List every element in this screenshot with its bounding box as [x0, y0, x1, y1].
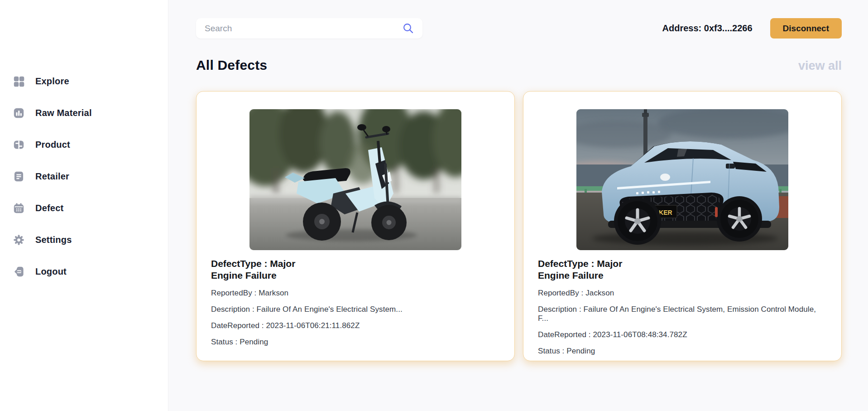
- sidebar-nav: Explore Raw Material: [0, 65, 168, 287]
- sidebar-item-label: Product: [35, 140, 70, 150]
- calendar-icon: [13, 202, 25, 214]
- description: Description : Failure Of An Engine's Ele…: [538, 305, 827, 323]
- main-content: Address: 0xf3....2266 Disconnect All Def…: [168, 0, 868, 411]
- page-title: All Defects: [196, 58, 267, 73]
- document-icon: [13, 170, 25, 183]
- defect-card-list: DefectType : Major Engine Failure Report…: [196, 91, 842, 361]
- grid-icon: [13, 75, 25, 87]
- sidebar-item-defect[interactable]: Defect: [0, 192, 168, 224]
- search-icon[interactable]: [402, 22, 414, 34]
- sidebar-item-label: Retailer: [35, 171, 69, 182]
- search-input[interactable]: [196, 18, 422, 39]
- defect-card-body: DefectType : Major Engine Failure Report…: [523, 250, 841, 356]
- defect-card-body: DefectType : Major Engine Failure Report…: [197, 250, 514, 347]
- topbar: Address: 0xf3....2266 Disconnect: [196, 18, 842, 39]
- sidebar-item-label: Logout: [35, 266, 67, 277]
- sidebar-item-settings[interactable]: Settings: [0, 224, 168, 256]
- sidebar-item-label: Raw Material: [35, 108, 92, 118]
- defect-type: DefectType : Major Engine Failure: [211, 258, 500, 281]
- sidebar-item-label: Explore: [35, 76, 69, 87]
- sidebar-item-label: Defect: [35, 203, 63, 213]
- search-bar: [196, 18, 422, 39]
- scooter-image: [249, 109, 461, 250]
- disconnect-button[interactable]: Disconnect: [770, 18, 842, 39]
- bar-chart-icon: [13, 107, 25, 119]
- sidebar-item-logout[interactable]: Logout: [0, 256, 168, 287]
- date-reported: DateReported : 2023-11-06T06:21:11.862Z: [211, 321, 500, 330]
- wallet-area: Address: 0xf3....2266 Disconnect: [662, 18, 842, 39]
- modules-icon: [13, 139, 25, 151]
- date-reported: DateReported : 2023-11-06T08:48:34.782Z: [538, 330, 827, 339]
- defect-type: DefectType : Major Engine Failure: [538, 258, 827, 281]
- defect-card[interactable]: FISKER: [523, 91, 842, 361]
- wallet-address: Address: 0xf3....2266: [662, 23, 753, 34]
- description: Description : Failure Of An Engine's Ele…: [211, 305, 500, 314]
- status: Status : Pending: [538, 347, 827, 356]
- sidebar-item-retailer[interactable]: Retailer: [0, 160, 168, 192]
- status: Status : Pending: [211, 338, 500, 347]
- app-window: Explore Raw Material: [0, 0, 868, 411]
- sidebar-item-product[interactable]: Product: [0, 129, 168, 160]
- defect-card[interactable]: DefectType : Major Engine Failure Report…: [196, 91, 515, 361]
- gear-icon: [13, 234, 25, 246]
- sidebar-item-raw-material[interactable]: Raw Material: [0, 97, 168, 129]
- sidebar-item-explore[interactable]: Explore: [0, 65, 168, 97]
- suv-image: FISKER: [576, 109, 788, 250]
- section-header: All Defects view all: [196, 58, 842, 73]
- logout-icon: [13, 266, 25, 278]
- reported-by: ReportedBy : Markson: [211, 289, 500, 298]
- view-all-link[interactable]: view all: [798, 59, 842, 73]
- sidebar: Explore Raw Material: [0, 0, 168, 411]
- reported-by: ReportedBy : Jackson: [538, 289, 827, 298]
- sidebar-item-label: Settings: [35, 235, 72, 245]
